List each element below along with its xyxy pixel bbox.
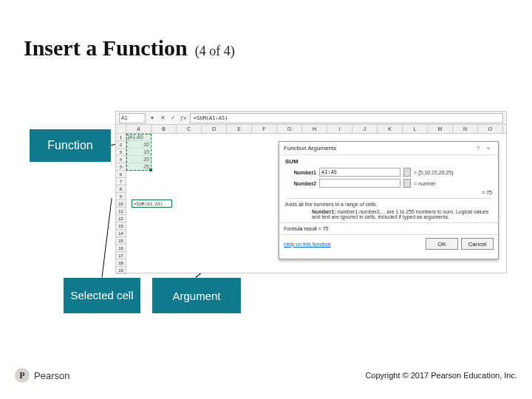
row-header[interactable]: 19 (116, 267, 126, 274)
row-header[interactable]: 2 (116, 141, 126, 149)
col-header[interactable]: G (277, 125, 302, 133)
formula-bar: A1 ▾ ✕ ✓ ƒx =SUM(A1:A5) (116, 112, 506, 125)
selection-range (126, 134, 151, 171)
col-header[interactable]: J (352, 125, 378, 133)
help-link[interactable]: Help on this function (284, 242, 330, 247)
dialog-button-row: Help on this function OK Cancel (279, 234, 498, 253)
col-header[interactable]: E (227, 125, 252, 133)
row-header[interactable]: 13 (116, 222, 126, 230)
col-header[interactable]: O (478, 125, 503, 133)
close-icon[interactable]: × (483, 145, 494, 151)
excel-screenshot: A1 ▾ ✕ ✓ ƒx =SUM(A1:A5) A B C D E F G H … (115, 111, 507, 273)
help-icon[interactable]: ? (473, 145, 483, 151)
pearson-logo: P Pearson (15, 368, 69, 383)
column-headers: A B C D E F G H I J K L M N O (116, 125, 506, 134)
dialog-titlebar[interactable]: Function Arguments ? × (279, 142, 498, 155)
function-arguments-dialog: Function Arguments ? × SUM Number1 A1:A5… (279, 141, 499, 259)
arg2-input[interactable] (319, 179, 400, 188)
title-main: Insert a Function (24, 35, 188, 61)
row-header[interactable]: 18 (116, 259, 126, 267)
row-header[interactable]: 1 (116, 134, 126, 141)
row-header[interactable]: 6 (116, 171, 126, 178)
row-header[interactable]: 4 (116, 156, 126, 163)
col-header[interactable]: F (252, 125, 277, 133)
arg1-evaluated: = {5;10;15;20;25} (414, 170, 454, 175)
dialog-title-text: Function Arguments (284, 145, 336, 151)
col-header[interactable]: K (378, 125, 403, 133)
range-selector-button[interactable] (403, 179, 411, 188)
callout-argument: Argument (152, 278, 241, 313)
copyright-text: Copyright © 2017 Pearson Education, Inc. (365, 371, 517, 380)
fx-icon[interactable]: ƒx (180, 115, 187, 122)
title-sub: (4 of 4) (195, 44, 235, 59)
selected-cell-formula: =SUM(A1:A5) (132, 200, 172, 208)
annotation-line (102, 198, 112, 277)
slide-title: Insert a Function (4 of 4) (24, 35, 235, 61)
col-header[interactable]: B (151, 125, 177, 133)
dropdown-icon[interactable]: ▾ (149, 115, 156, 122)
slide-footer: P Pearson Copyright © 2017 Pearson Educa… (0, 368, 532, 383)
callout-function: Function (30, 129, 111, 162)
row-header[interactable]: 17 (116, 252, 126, 259)
arg1-label: Number1 (285, 170, 316, 175)
row-header[interactable]: 7 (116, 178, 126, 185)
row-header[interactable]: 10 (116, 200, 126, 208)
select-all-corner[interactable] (116, 125, 126, 133)
row-header[interactable]: 3 (116, 149, 126, 156)
row-headers: 1 2 3 4 5 6 7 8 9 10 11 12 13 14 15 16 1… (116, 134, 126, 273)
arg1-input[interactable]: A1:A5 (319, 168, 400, 177)
dialog-footer: Formula result = 75 (279, 222, 498, 234)
formula-input[interactable]: =SUM(A1:A5) (190, 113, 503, 123)
col-header[interactable]: I (327, 125, 352, 133)
function-description: Adds all the numbers in a range of cells… (285, 198, 492, 219)
arg2-label: Number2 (285, 181, 316, 186)
fill-handle[interactable] (149, 168, 152, 171)
name-box[interactable]: A1 (119, 113, 146, 123)
row-header[interactable]: 15 (116, 237, 126, 245)
row-header[interactable]: 12 (116, 215, 126, 222)
arg-help-rest: number1,number2,... are 1 to 255 numbers… (312, 209, 488, 219)
formula-result-label: Formula result = 75 (284, 226, 329, 231)
range-selector-button[interactable] (403, 168, 411, 177)
col-header[interactable]: M (428, 125, 453, 133)
desc-text: Adds all the numbers in a range of cells… (285, 202, 492, 207)
arg2-evaluated: = number (414, 181, 436, 186)
row-header[interactable]: 5 (116, 163, 126, 171)
row-header[interactable]: 8 (116, 185, 126, 193)
col-header[interactable]: L (403, 125, 428, 133)
enter-icon[interactable]: ✓ (169, 115, 177, 122)
dialog-body: SUM Number1 A1:A5 = {5;10;15;20;25} Numb… (279, 155, 498, 222)
dialog-function-name: SUM (285, 158, 492, 165)
row-header[interactable]: 11 (116, 208, 126, 215)
col-header[interactable]: C (177, 125, 202, 133)
intermediate-result: = 75 (285, 190, 492, 195)
cancel-button[interactable]: Cancel (461, 238, 494, 250)
row-header[interactable]: 16 (116, 245, 126, 252)
slide: Insert a Function (4 of 4) A1 ▾ ✕ ✓ ƒx =… (0, 0, 532, 399)
row-header[interactable]: 9 (116, 193, 126, 200)
col-header[interactable]: D (202, 125, 227, 133)
col-header[interactable]: H (302, 125, 327, 133)
col-header[interactable]: N (453, 125, 478, 133)
arg-help-bold: Number1: (312, 209, 336, 214)
row-header[interactable]: 14 (116, 230, 126, 237)
ok-button[interactable]: OK (426, 238, 458, 250)
pearson-logo-text: Pearson (34, 370, 69, 381)
col-header[interactable]: A (126, 125, 151, 133)
pearson-logo-icon: P (15, 368, 30, 383)
cancel-icon[interactable]: ✕ (159, 115, 166, 122)
callout-selected-cell: Selected cell (64, 278, 140, 313)
